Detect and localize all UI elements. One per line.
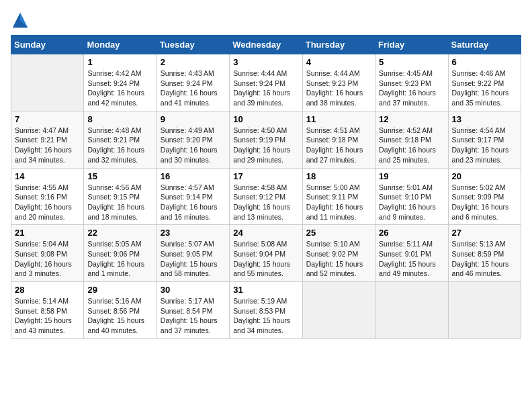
- calendar-cell: [302, 282, 375, 339]
- calendar-cell: 19Sunrise: 5:01 AM Sunset: 9:10 PM Dayli…: [375, 168, 448, 225]
- calendar-week-1: 1Sunrise: 4:42 AM Sunset: 9:24 PM Daylig…: [11, 54, 521, 111]
- calendar-table: SundayMondayTuesdayWednesdayThursdayFrid…: [11, 35, 521, 339]
- day-number: 6: [452, 57, 517, 67]
- day-number: 20: [452, 171, 517, 181]
- col-header-tuesday: Tuesday: [157, 36, 229, 54]
- calendar-cell: 12Sunrise: 4:52 AM Sunset: 9:18 PM Dayli…: [375, 111, 448, 168]
- calendar-cell: 26Sunrise: 5:11 AM Sunset: 9:01 PM Dayli…: [375, 225, 448, 282]
- calendar-week-2: 7Sunrise: 4:47 AM Sunset: 9:21 PM Daylig…: [11, 111, 521, 168]
- day-info: Sunrise: 4:50 AM Sunset: 9:19 PM Dayligh…: [233, 126, 298, 165]
- day-number: 21: [15, 228, 80, 238]
- calendar-week-3: 14Sunrise: 4:55 AM Sunset: 9:16 PM Dayli…: [11, 168, 521, 225]
- day-number: 8: [87, 114, 152, 124]
- day-info: Sunrise: 4:54 AM Sunset: 9:17 PM Dayligh…: [452, 126, 517, 165]
- day-number: 11: [306, 114, 371, 124]
- day-number: 13: [452, 114, 517, 124]
- calendar-cell: 10Sunrise: 4:50 AM Sunset: 9:19 PM Dayli…: [230, 111, 302, 168]
- calendar-cell: 16Sunrise: 4:57 AM Sunset: 9:14 PM Dayli…: [157, 168, 229, 225]
- day-info: Sunrise: 5:11 AM Sunset: 9:01 PM Dayligh…: [379, 239, 444, 279]
- col-header-monday: Monday: [84, 36, 157, 54]
- logo: [11, 11, 31, 30]
- day-number: 28: [15, 285, 80, 295]
- day-info: Sunrise: 4:43 AM Sunset: 9:24 PM Dayligh…: [161, 68, 226, 108]
- calendar-cell: [448, 282, 521, 339]
- calendar-cell: 25Sunrise: 5:10 AM Sunset: 9:02 PM Dayli…: [302, 225, 375, 282]
- day-number: 3: [233, 57, 298, 67]
- day-info: Sunrise: 4:46 AM Sunset: 9:22 PM Dayligh…: [452, 68, 517, 108]
- calendar-cell: 28Sunrise: 5:14 AM Sunset: 8:58 PM Dayli…: [11, 282, 84, 339]
- calendar-cell: 22Sunrise: 5:05 AM Sunset: 9:06 PM Dayli…: [84, 225, 157, 282]
- day-number: 31: [233, 285, 298, 295]
- calendar-week-5: 28Sunrise: 5:14 AM Sunset: 8:58 PM Dayli…: [11, 282, 521, 339]
- calendar-cell: 15Sunrise: 4:56 AM Sunset: 9:15 PM Dayli…: [84, 168, 157, 225]
- day-info: Sunrise: 5:10 AM Sunset: 9:02 PM Dayligh…: [306, 239, 371, 279]
- col-header-thursday: Thursday: [302, 36, 375, 54]
- day-info: Sunrise: 4:51 AM Sunset: 9:18 PM Dayligh…: [306, 126, 371, 165]
- calendar-cell: 30Sunrise: 5:17 AM Sunset: 8:54 PM Dayli…: [157, 282, 229, 339]
- col-header-saturday: Saturday: [448, 36, 521, 54]
- calendar-cell: 23Sunrise: 5:07 AM Sunset: 9:05 PM Dayli…: [157, 225, 229, 282]
- day-info: Sunrise: 4:52 AM Sunset: 9:18 PM Dayligh…: [379, 126, 444, 165]
- calendar-cell: 4Sunrise: 4:44 AM Sunset: 9:23 PM Daylig…: [302, 54, 375, 111]
- day-number: 7: [15, 114, 80, 124]
- day-number: 1: [87, 57, 152, 67]
- calendar-cell: [11, 54, 84, 111]
- day-info: Sunrise: 4:48 AM Sunset: 9:21 PM Dayligh…: [87, 126, 152, 165]
- calendar-cell: 29Sunrise: 5:16 AM Sunset: 8:56 PM Dayli…: [84, 282, 157, 339]
- day-info: Sunrise: 5:02 AM Sunset: 9:09 PM Dayligh…: [452, 183, 517, 222]
- calendar-week-4: 21Sunrise: 5:04 AM Sunset: 9:08 PM Dayli…: [11, 225, 521, 282]
- calendar-cell: 2Sunrise: 4:43 AM Sunset: 9:24 PM Daylig…: [157, 54, 229, 111]
- day-number: 15: [87, 171, 152, 181]
- day-info: Sunrise: 5:08 AM Sunset: 9:04 PM Dayligh…: [233, 239, 298, 279]
- calendar-cell: 24Sunrise: 5:08 AM Sunset: 9:04 PM Dayli…: [230, 225, 302, 282]
- day-number: 14: [15, 171, 80, 181]
- calendar-cell: 1Sunrise: 4:42 AM Sunset: 9:24 PM Daylig…: [84, 54, 157, 111]
- day-number: 10: [233, 114, 298, 124]
- calendar-cell: 21Sunrise: 5:04 AM Sunset: 9:08 PM Dayli…: [11, 225, 84, 282]
- calendar-cell: 7Sunrise: 4:47 AM Sunset: 9:21 PM Daylig…: [11, 111, 84, 168]
- day-info: Sunrise: 4:47 AM Sunset: 9:21 PM Dayligh…: [15, 126, 80, 165]
- day-info: Sunrise: 5:07 AM Sunset: 9:05 PM Dayligh…: [161, 239, 226, 279]
- day-number: 26: [379, 228, 444, 238]
- logo-icon: [11, 11, 30, 30]
- day-number: 19: [379, 171, 444, 181]
- calendar-cell: 9Sunrise: 4:49 AM Sunset: 9:20 PM Daylig…: [157, 111, 229, 168]
- calendar-cell: 6Sunrise: 4:46 AM Sunset: 9:22 PM Daylig…: [448, 54, 521, 111]
- day-number: 27: [452, 228, 517, 238]
- day-number: 4: [306, 57, 371, 67]
- day-number: 18: [306, 171, 371, 181]
- calendar-cell: 17Sunrise: 4:58 AM Sunset: 9:12 PM Dayli…: [230, 168, 302, 225]
- day-info: Sunrise: 5:17 AM Sunset: 8:54 PM Dayligh…: [161, 296, 226, 336]
- day-info: Sunrise: 5:14 AM Sunset: 8:58 PM Dayligh…: [15, 296, 80, 336]
- calendar-header-row: SundayMondayTuesdayWednesdayThursdayFrid…: [11, 36, 521, 54]
- calendar-cell: 8Sunrise: 4:48 AM Sunset: 9:21 PM Daylig…: [84, 111, 157, 168]
- day-number: 22: [87, 228, 152, 238]
- calendar-cell: [375, 282, 448, 339]
- day-info: Sunrise: 4:57 AM Sunset: 9:14 PM Dayligh…: [161, 183, 226, 222]
- day-info: Sunrise: 4:56 AM Sunset: 9:15 PM Dayligh…: [87, 183, 152, 222]
- calendar-cell: 14Sunrise: 4:55 AM Sunset: 9:16 PM Dayli…: [11, 168, 84, 225]
- day-number: 16: [161, 171, 226, 181]
- day-number: 29: [87, 285, 152, 295]
- calendar-cell: 11Sunrise: 4:51 AM Sunset: 9:18 PM Dayli…: [302, 111, 375, 168]
- header: [11, 11, 521, 30]
- day-number: 25: [306, 228, 371, 238]
- calendar-cell: 31Sunrise: 5:19 AM Sunset: 8:53 PM Dayli…: [230, 282, 302, 339]
- day-info: Sunrise: 5:05 AM Sunset: 9:06 PM Dayligh…: [87, 239, 152, 279]
- day-number: 23: [161, 228, 226, 238]
- day-info: Sunrise: 5:01 AM Sunset: 9:10 PM Dayligh…: [379, 183, 444, 222]
- col-header-wednesday: Wednesday: [230, 36, 302, 54]
- day-info: Sunrise: 4:55 AM Sunset: 9:16 PM Dayligh…: [15, 183, 80, 222]
- day-number: 24: [233, 228, 298, 238]
- calendar-cell: 13Sunrise: 4:54 AM Sunset: 9:17 PM Dayli…: [448, 111, 521, 168]
- day-info: Sunrise: 5:13 AM Sunset: 8:59 PM Dayligh…: [452, 239, 517, 279]
- day-info: Sunrise: 4:45 AM Sunset: 9:23 PM Dayligh…: [379, 68, 444, 108]
- day-info: Sunrise: 4:58 AM Sunset: 9:12 PM Dayligh…: [233, 183, 298, 222]
- day-number: 12: [379, 114, 444, 124]
- calendar-cell: 5Sunrise: 4:45 AM Sunset: 9:23 PM Daylig…: [375, 54, 448, 111]
- col-header-sunday: Sunday: [11, 36, 84, 54]
- calendar-cell: 27Sunrise: 5:13 AM Sunset: 8:59 PM Dayli…: [448, 225, 521, 282]
- day-info: Sunrise: 5:19 AM Sunset: 8:53 PM Dayligh…: [233, 296, 298, 336]
- day-number: 5: [379, 57, 444, 67]
- day-number: 9: [161, 114, 226, 124]
